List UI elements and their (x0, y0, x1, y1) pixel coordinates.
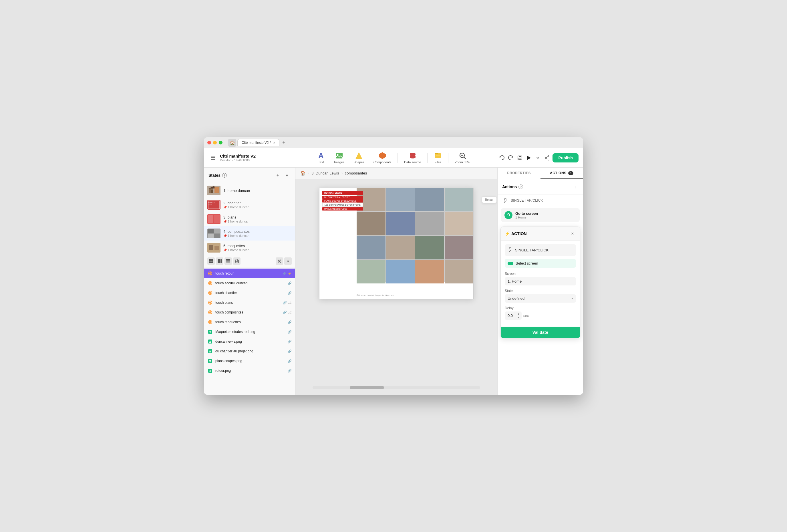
action-card-info: Go to screen 1 Home (515, 211, 576, 219)
canvas-copyright: ©Duncan Lewis / Scope Architecture (357, 294, 394, 297)
actions-title: Actions ? (502, 185, 523, 189)
components-icon (378, 152, 386, 159)
layer-layout-button[interactable] (225, 257, 232, 265)
state-item-4[interactable]: 4. composantes 📌 1 home duncan (204, 226, 295, 240)
share-button[interactable] (544, 153, 551, 163)
flyout-select-screen-row[interactable]: Select screen (505, 259, 576, 268)
actions-help-icon[interactable]: ? (518, 185, 523, 189)
layer-touch-accueil-duncan[interactable]: touch accueil duncan 🔗 (204, 278, 295, 288)
layer-squares-button[interactable] (207, 257, 215, 265)
layer-copy-button[interactable] (233, 257, 240, 265)
link-icon-accueil: 🔗 (288, 281, 292, 285)
actions-label: Actions (502, 185, 517, 189)
zoom-control[interactable]: Zoom 33% (451, 150, 474, 166)
files-tool[interactable]: Files (430, 150, 446, 166)
layer-suffix-retour-png: 🔗 (288, 369, 292, 373)
minimize-button[interactable] (213, 141, 217, 145)
validate-button[interactable]: Validate (501, 327, 580, 338)
svg-rect-37 (214, 234, 220, 238)
close-button[interactable] (207, 141, 211, 145)
toolbar-left: ☰ Cité manifeste V2 Desktop / 1920x1080 (209, 153, 289, 163)
text-tool[interactable]: A Text (313, 150, 329, 166)
photo-cell-10 (386, 236, 415, 259)
layer-delete-button[interactable] (276, 257, 283, 265)
action-type-row: SINGLE TAP/CLICK (497, 194, 583, 207)
canvas-scrollbar[interactable] (313, 386, 480, 389)
toolbar-divider-3 (448, 153, 448, 163)
flyout-title-label: ACTION (511, 231, 527, 236)
layer-touch-maquettes[interactable]: touch maquettes 🔗 (204, 317, 295, 327)
datasource-tool[interactable]: Data source (400, 150, 425, 166)
layer-retour-png[interactable]: ⊞ retour.png 🔗 (204, 366, 295, 376)
photo-cell-2 (386, 188, 415, 211)
state-info-5: 5. maquettes 📌 1 home duncan (224, 244, 292, 252)
add-state-button[interactable]: ＋ (274, 172, 281, 179)
layer-maquettes-etudes-red[interactable]: ⊞ Maquettes etudes red.png 🔗 (204, 327, 295, 337)
undo-button[interactable] (498, 153, 505, 163)
svg-rect-50 (236, 260, 238, 263)
breadcrumb-home-icon[interactable]: 🏠 (300, 170, 306, 176)
flyout-delay-label: Delay (505, 306, 576, 310)
action-flyout-close-button[interactable]: × (569, 230, 576, 237)
tab-properties[interactable]: PROPERTIES (497, 168, 540, 179)
svg-marker-3 (379, 152, 386, 159)
layer-du-chantier[interactable]: ⊞ du chantier au projet.png 🔗 (204, 346, 295, 356)
action-card[interactable]: Go to screen 1 Home (501, 208, 580, 222)
layer-more-button[interactable]: ▾ (284, 257, 292, 265)
action-card-icon (505, 211, 512, 219)
state-item-3[interactable]: 3. plans 📌 1 home duncan (204, 212, 295, 226)
state-item-2[interactable]: DUNCANLEWIS 2. chantier 📌 1 home duncan (204, 198, 295, 212)
layer-touch-composntes[interactable]: touch composntes 🔗 ⎇ (204, 307, 295, 317)
publish-button[interactable]: Publish (553, 153, 578, 163)
svg-rect-36 (208, 234, 214, 238)
layer-name-retour-png: retour.png (215, 369, 285, 373)
svg-rect-7 (436, 155, 440, 156)
images-tool-label: Images (334, 161, 344, 164)
datasource-tool-label: Data source (404, 161, 421, 164)
layer-touch-chantier[interactable]: touch chantier 🔗 (204, 288, 295, 298)
link-icon-du-chantier: 🔗 (288, 349, 292, 353)
state-name-5: 5. maquettes (224, 244, 292, 248)
states-menu-button[interactable]: ▾ (283, 172, 291, 179)
breadcrumb-parent[interactable]: 3. Duncan Lewis (312, 171, 339, 175)
new-tab-button[interactable]: + (280, 140, 287, 146)
state-parent-label-3: 1 home duncan (228, 220, 249, 223)
flyout-screen-value: 1. Home (505, 277, 576, 285)
hamburger-menu-button[interactable]: ☰ (209, 153, 218, 163)
flyout-state-select[interactable]: Undefined ▾ (505, 294, 576, 303)
play-button[interactable] (526, 153, 532, 163)
tab-actions[interactable]: ACTIONS 1 (540, 168, 583, 179)
actions-add-button[interactable]: ＋ (572, 183, 578, 190)
states-help-icon[interactable]: ? (222, 173, 227, 178)
pin-icon-4: 📌 (224, 234, 227, 237)
layer-plans-coupes[interactable]: ⊞ plans coupes.png 🔗 (204, 356, 295, 366)
layer-grid-button[interactable] (216, 257, 224, 265)
duncan-lewis-icon: ⊞ (207, 339, 213, 344)
flyout-delay-input[interactable]: 0.0 ▲ ▼ (505, 312, 522, 320)
state-item-1[interactable]: 1. home duncan (204, 183, 295, 198)
play-dropdown-button[interactable] (534, 153, 541, 163)
state-thumb-3 (207, 214, 220, 224)
delay-up-arrow[interactable]: ▲ (517, 312, 520, 316)
active-tab[interactable]: Cité manifeste V2 * × (237, 139, 279, 146)
save-button[interactable] (516, 153, 523, 163)
canvas-scrollbar-thumb[interactable] (350, 386, 384, 389)
components-tool[interactable]: Components (369, 150, 395, 166)
state-item-5[interactable]: 5. maquettes 📌 1 home duncan (204, 240, 295, 255)
layer-duncan-lewis[interactable]: ⊞ duncan lewis.png 🔗 (204, 337, 295, 346)
tab-close-button[interactable]: × (273, 141, 275, 145)
svg-marker-15 (527, 156, 531, 160)
canvas-container[interactable]: Retour DUNCAN LEWIS DU CHANTIER AU PROJE… (295, 179, 497, 386)
layer-touch-retour[interactable]: touch retour 🔗 ⚡ (204, 269, 295, 278)
layer-touch-plans[interactable]: touch plans 🔗 ⎇ (204, 298, 295, 307)
shapes-tool[interactable]: Shapes (349, 150, 368, 166)
layer-name-composntes: touch composntes (215, 310, 280, 314)
redo-button[interactable] (508, 153, 514, 163)
images-tool[interactable]: Images (330, 150, 348, 166)
home-nav-button[interactable]: 🏠 (228, 139, 236, 147)
zoom-icon (459, 152, 466, 159)
select-screen-dot (508, 262, 513, 265)
delay-down-arrow[interactable]: ▼ (517, 316, 520, 319)
layer-name-maquettes-etudes: Maquettes etudes red.png (215, 330, 285, 334)
maximize-button[interactable] (219, 141, 222, 145)
